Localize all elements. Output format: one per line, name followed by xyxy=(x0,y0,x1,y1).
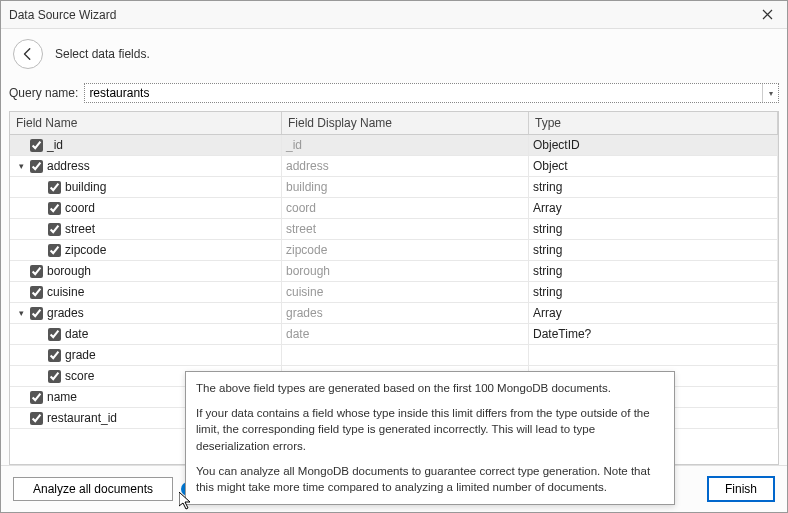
field-name-label: building xyxy=(65,180,106,194)
cell-display: cuisine xyxy=(282,282,529,302)
field-checkbox[interactable] xyxy=(30,160,43,173)
field-checkbox[interactable] xyxy=(30,412,43,425)
cell-name: date xyxy=(10,324,282,344)
table-row[interactable]: ▾addressaddressObject xyxy=(10,156,778,177)
cell-display: address xyxy=(282,156,529,176)
info-tooltip: The above field types are generated base… xyxy=(185,371,675,505)
cell-display: coord xyxy=(282,198,529,218)
field-checkbox[interactable] xyxy=(30,139,43,152)
page-subtitle: Select data fields. xyxy=(55,47,150,61)
close-icon[interactable] xyxy=(756,5,779,25)
cell-name: building xyxy=(10,177,282,197)
cell-name: zipcode xyxy=(10,240,282,260)
display-name-label: date xyxy=(286,327,309,341)
cell-type: string xyxy=(529,219,778,239)
expander-spacer xyxy=(14,140,28,150)
table-row[interactable]: boroughboroughstring xyxy=(10,261,778,282)
display-name-label: building xyxy=(286,180,327,194)
cell-name: cuisine xyxy=(10,282,282,302)
tooltip-p2: If your data contains a field whose type… xyxy=(196,405,664,455)
expander-spacer xyxy=(14,350,28,360)
cell-type: string xyxy=(529,282,778,302)
expander-spacer xyxy=(14,371,28,381)
field-checkbox[interactable] xyxy=(48,349,61,362)
field-checkbox[interactable] xyxy=(48,202,61,215)
table-row[interactable]: streetstreetstring xyxy=(10,219,778,240)
type-label: string xyxy=(533,243,562,257)
field-checkbox[interactable] xyxy=(30,391,43,404)
type-label: ObjectID xyxy=(533,138,580,152)
back-button[interactable] xyxy=(13,39,43,69)
type-label: string xyxy=(533,264,562,278)
header: Select data fields. xyxy=(1,29,787,83)
col-header-name[interactable]: Field Name xyxy=(10,112,282,134)
field-checkbox[interactable] xyxy=(30,307,43,320)
tooltip-p3: You can analyze all MongoDB documents to… xyxy=(196,463,664,496)
cell-display: street xyxy=(282,219,529,239)
chevron-down-icon[interactable]: ▾ xyxy=(14,308,28,318)
table-row[interactable]: cuisinecuisinestring xyxy=(10,282,778,303)
analyze-button[interactable]: Analyze all documents xyxy=(13,477,173,501)
type-label: Object xyxy=(533,159,568,173)
chevron-down-icon[interactable]: ▾ xyxy=(14,161,28,171)
field-name-label: grades xyxy=(47,306,84,320)
type-label: string xyxy=(533,180,562,194)
cell-display: grades xyxy=(282,303,529,323)
field-checkbox[interactable] xyxy=(48,370,61,383)
display-name-label: street xyxy=(286,222,316,236)
col-header-display[interactable]: Field Display Name xyxy=(282,112,529,134)
expander-spacer xyxy=(14,392,28,402)
field-name-label: score xyxy=(65,369,94,383)
cell-name: _id xyxy=(10,135,282,155)
table-row[interactable]: ▾gradesgradesArray xyxy=(10,303,778,324)
finish-button[interactable]: Finish xyxy=(707,476,775,502)
table-row[interactable]: datedateDateTime? xyxy=(10,324,778,345)
expander-spacer xyxy=(14,329,28,339)
field-checkbox[interactable] xyxy=(48,328,61,341)
table-header: Field Name Field Display Name Type xyxy=(10,112,778,135)
type-label: string xyxy=(533,222,562,236)
cell-type: Object xyxy=(529,156,778,176)
table-row[interactable]: _id_idObjectID xyxy=(10,135,778,156)
expander-spacer xyxy=(14,182,28,192)
field-name-label: borough xyxy=(47,264,91,278)
cell-name: grade xyxy=(10,345,282,365)
expander-spacer xyxy=(14,287,28,297)
field-checkbox[interactable] xyxy=(30,286,43,299)
display-name-label: address xyxy=(286,159,329,173)
tooltip-p1: The above field types are generated base… xyxy=(196,380,664,397)
type-label: Array xyxy=(533,201,562,215)
col-header-type[interactable]: Type xyxy=(529,112,778,134)
cell-type: string xyxy=(529,240,778,260)
display-name-label: _id xyxy=(286,138,302,152)
type-label: DateTime? xyxy=(533,327,591,341)
display-name-label: borough xyxy=(286,264,330,278)
field-name-label: cuisine xyxy=(47,285,84,299)
field-name-label: coord xyxy=(65,201,95,215)
table-row[interactable]: zipcodezipcodestring xyxy=(10,240,778,261)
cell-name: ▾address xyxy=(10,156,282,176)
cell-type: string xyxy=(529,177,778,197)
field-checkbox[interactable] xyxy=(30,265,43,278)
cell-type: DateTime? xyxy=(529,324,778,344)
field-name-label: name xyxy=(47,390,77,404)
expander-spacer xyxy=(14,245,28,255)
table-row[interactable]: buildingbuildingstring xyxy=(10,177,778,198)
cell-display: date xyxy=(282,324,529,344)
expander-spacer xyxy=(14,413,28,423)
field-name-label: street xyxy=(65,222,95,236)
cell-type: ObjectID xyxy=(529,135,778,155)
query-label: Query name: xyxy=(9,86,78,100)
field-checkbox[interactable] xyxy=(48,181,61,194)
expander-spacer xyxy=(14,224,28,234)
query-input[interactable] xyxy=(85,84,762,102)
cell-name: coord xyxy=(10,198,282,218)
display-name-label: coord xyxy=(286,201,316,215)
table-row[interactable]: grade xyxy=(10,345,778,366)
cell-type: string xyxy=(529,261,778,281)
query-dropdown-icon[interactable]: ▾ xyxy=(762,84,778,102)
field-name-label: address xyxy=(47,159,90,173)
table-row[interactable]: coordcoordArray xyxy=(10,198,778,219)
field-checkbox[interactable] xyxy=(48,223,61,236)
field-checkbox[interactable] xyxy=(48,244,61,257)
